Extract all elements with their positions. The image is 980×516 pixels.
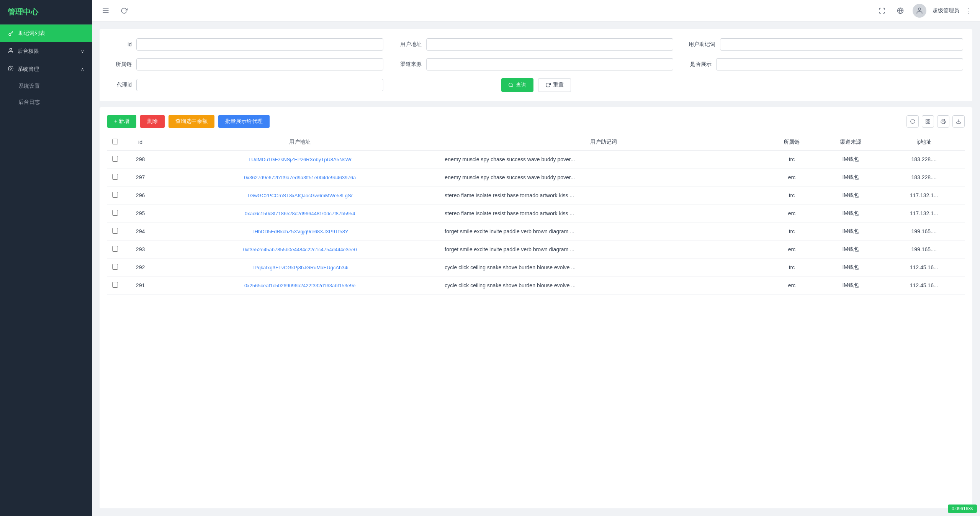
- avatar[interactable]: [913, 4, 926, 18]
- row-checkbox-5[interactable]: [112, 246, 118, 252]
- filter-input-agent-id[interactable]: [136, 79, 383, 91]
- row-address[interactable]: 0x3627d9e672b1f9a7ed9a3ff51e004de9b46397…: [158, 169, 442, 187]
- content-area: id 用户地址 用户助记词 所属链 渠道来源: [92, 21, 980, 516]
- row-channel: IM钱包: [818, 277, 883, 295]
- chevron-up-icon: ∧: [81, 67, 84, 72]
- filter-input-show-status[interactable]: [716, 58, 963, 70]
- row-address[interactable]: 0xac6c150c8f7186528c2d966448f70dc7f87b59…: [158, 205, 442, 223]
- svg-rect-13: [928, 122, 930, 123]
- row-checkbox-1[interactable]: [112, 174, 118, 180]
- sidebar-item-mnemonic-label: 助记词列表: [18, 30, 45, 37]
- sidebar-item-backend-log[interactable]: 后台日志: [0, 94, 92, 110]
- more-options-icon[interactable]: ⋮: [965, 7, 972, 15]
- reset-button[interactable]: 重置: [538, 78, 571, 92]
- add-button[interactable]: + 新增: [107, 115, 136, 128]
- table-header-row: id 用户地址 用户助记词 所属链 渠道来源 ip地址: [107, 134, 965, 151]
- col-header-address: 用户地址: [158, 134, 442, 151]
- svg-point-1: [10, 48, 11, 50]
- row-ip: 199.165....: [883, 241, 965, 259]
- filter-row-user-address: 用户地址: [399, 38, 673, 51]
- table-row: 295 0xac6c150c8f7186528c2d966448f70dc7f8…: [107, 205, 965, 223]
- filter-label-user-mnemonic: 用户助记词: [689, 41, 715, 48]
- filter-row-channel-source: 渠道来源: [399, 58, 673, 70]
- row-checkbox-7[interactable]: [112, 282, 118, 288]
- sidebar-item-system-settings[interactable]: 系统设置: [0, 78, 92, 94]
- row-ip: 199.165....: [883, 223, 965, 241]
- col-header-chain: 所属链: [766, 134, 818, 151]
- row-address[interactable]: 0x2565ceaf1c50269096b2422f332d163abf153e…: [158, 277, 442, 295]
- header-left: [100, 5, 130, 17]
- filter-input-channel-source[interactable]: [426, 58, 673, 70]
- row-address[interactable]: THbDD5FdRkchZ5XVgjq9re68XJXP9Tf58Y: [158, 223, 442, 241]
- row-address[interactable]: TPqkafxg3FTvCGkPj8bJGRuMaEUgcAb34i: [158, 259, 442, 277]
- query-balance-button[interactable]: 查询选中余额: [169, 115, 214, 128]
- batch-show-button[interactable]: 批量展示给代理: [218, 115, 270, 128]
- print-icon[interactable]: [937, 115, 949, 128]
- filter-grid: id 用户地址 用户助记词 所属链 渠道来源: [109, 38, 963, 92]
- row-mnemonic: cycle click ceiling snake shove burden b…: [442, 259, 766, 277]
- sidebar-backend-permission-label: 后台权限: [18, 48, 39, 55]
- download-icon[interactable]: [952, 115, 965, 128]
- sidebar-system-management-label: 系统管理: [18, 66, 39, 73]
- table-row: 297 0x3627d9e672b1f9a7ed9a3ff51e004de9b4…: [107, 169, 965, 187]
- filter-input-user-mnemonic[interactable]: [720, 38, 963, 51]
- refresh-icon[interactable]: [118, 5, 130, 17]
- row-ip: 183.228....: [883, 169, 965, 187]
- query-button[interactable]: 查询: [501, 78, 533, 92]
- reset-button-label: 重置: [553, 82, 564, 88]
- row-checkbox-3[interactable]: [112, 210, 118, 216]
- row-address[interactable]: TUdMDu1GEzsNSjZEPz6RXobyTpU8A5NsWr: [158, 151, 442, 169]
- globe-icon[interactable]: [894, 5, 906, 17]
- row-checkbox-cell: [107, 151, 123, 169]
- row-chain: trc: [766, 223, 818, 241]
- row-chain: erc: [766, 241, 818, 259]
- row-checkbox-2[interactable]: [112, 192, 118, 198]
- delete-button[interactable]: 删除: [140, 115, 165, 128]
- fullscreen-icon[interactable]: [876, 5, 888, 17]
- row-mnemonic: enemy muscle spy chase success wave budd…: [442, 151, 766, 169]
- row-channel: IM钱包: [818, 241, 883, 259]
- filter-row-user-mnemonic: 用户助记词: [689, 38, 963, 51]
- row-checkbox-cell: [107, 277, 123, 295]
- filter-input-id[interactable]: [136, 38, 383, 51]
- header: 超级管理员 ⋮: [92, 0, 980, 21]
- svg-point-0: [9, 34, 11, 36]
- batch-show-button-label: 批量展示给代理: [225, 118, 263, 125]
- filter-actions: 查询 重置: [399, 78, 673, 92]
- header-checkbox-col: [107, 134, 123, 151]
- table-row: 291 0x2565ceaf1c50269096b2422f332d163abf…: [107, 277, 965, 295]
- filter-label-agent-id: 代理id: [109, 82, 132, 88]
- row-id: 291: [123, 277, 158, 295]
- status-bar: 0.096163s: [948, 505, 977, 513]
- col-header-ip: ip地址: [883, 134, 965, 151]
- sidebar-item-backend-permission[interactable]: 后台权限 ∨: [0, 42, 92, 60]
- row-checkbox-4[interactable]: [112, 228, 118, 234]
- column-settings-icon[interactable]: [922, 115, 934, 128]
- row-checkbox-cell: [107, 241, 123, 259]
- row-chain: trc: [766, 187, 818, 205]
- filter-input-chain[interactable]: [136, 58, 383, 70]
- row-id: 296: [123, 187, 158, 205]
- status-value: 0.096163s: [952, 506, 973, 511]
- sidebar-item-system-management[interactable]: 系统管理 ∧: [0, 60, 92, 78]
- row-address[interactable]: TGwGC2PCCrnST8xAfQJocGw6mMWe58LgSr: [158, 187, 442, 205]
- row-id: 293: [123, 241, 158, 259]
- sidebar-logo: 管理中心: [0, 0, 92, 25]
- svg-point-2: [10, 68, 11, 69]
- refresh-table-icon[interactable]: [906, 115, 919, 128]
- menu-toggle-icon[interactable]: [100, 5, 112, 17]
- table-row: 296 TGwGC2PCCrnST8xAfQJocGw6mMWe58LgSr s…: [107, 187, 965, 205]
- row-address[interactable]: 0xf3552e45ab7855b0e4484c22c1c4754d444e3e…: [158, 241, 442, 259]
- row-checkbox-6[interactable]: [112, 264, 118, 270]
- select-all-checkbox[interactable]: [112, 139, 118, 144]
- row-mnemonic: cycle click ceiling snake shove burden b…: [442, 277, 766, 295]
- key-icon: [8, 30, 15, 37]
- row-mnemonic: stereo flame isolate resist base tornado…: [442, 187, 766, 205]
- sidebar-item-mnemonic-list[interactable]: 助记词列表: [0, 25, 92, 42]
- sidebar-menu: 助记词列表 后台权限 ∨ 系统管理 ∧ 系统设置 后台日志: [0, 25, 92, 516]
- header-username: 超级管理员: [933, 7, 959, 14]
- sidebar-system-settings-label: 系统设置: [18, 83, 40, 90]
- row-checkbox-0[interactable]: [112, 156, 118, 162]
- row-mnemonic: enemy muscle spy chase success wave budd…: [442, 169, 766, 187]
- filter-input-user-address[interactable]: [426, 38, 673, 51]
